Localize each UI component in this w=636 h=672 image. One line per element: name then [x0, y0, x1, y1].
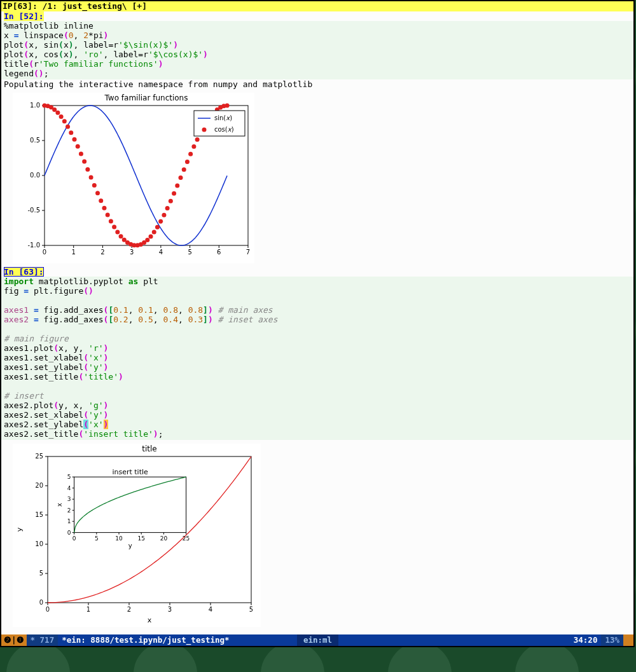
- svg-point-46: [102, 206, 106, 210]
- svg-text:0: 0: [67, 530, 71, 536]
- svg-text:y: y: [128, 542, 132, 549]
- svg-point-67: [172, 191, 176, 196]
- modeline-major-mode: ein:ml: [297, 634, 338, 646]
- svg-text:insert title: insert title: [112, 468, 148, 476]
- svg-text:0: 0: [46, 606, 50, 613]
- svg-point-39: [79, 151, 83, 156]
- titlebar: IP[63]: /1: just_testing\ [+]: [1, 1, 633, 11]
- svg-text:0: 0: [39, 599, 43, 606]
- svg-text:3: 3: [168, 606, 172, 613]
- svg-text:15: 15: [35, 511, 43, 518]
- svg-text:2: 2: [67, 507, 71, 514]
- svg-point-65: [165, 206, 170, 210]
- svg-point-32: [55, 111, 60, 115]
- svg-point-74: [195, 137, 200, 142]
- svg-text:5: 5: [188, 249, 191, 256]
- modeline-percent: 13%: [601, 634, 623, 646]
- svg-text:10: 10: [115, 535, 123, 542]
- svg-text:2: 2: [127, 606, 131, 613]
- svg-point-41: [85, 167, 90, 172]
- svg-point-49: [112, 224, 116, 229]
- svg-point-72: [188, 152, 193, 156]
- svg-point-70: [182, 167, 186, 172]
- svg-point-50: [115, 230, 120, 234]
- modeline: ❷|❶ * 717 *ein: 8888/test.ipynb/just_tes…: [1, 634, 633, 646]
- svg-text:0.0: 0.0: [30, 172, 40, 179]
- modeline-block-icon: [623, 634, 633, 646]
- svg-point-43: [92, 183, 97, 188]
- svg-text:0: 0: [73, 535, 76, 542]
- svg-text:25: 25: [35, 453, 43, 460]
- svg-point-35: [66, 125, 70, 129]
- svg-text:0: 0: [43, 249, 46, 256]
- svg-point-48: [109, 219, 113, 223]
- svg-point-71: [185, 160, 190, 164]
- chart-title-inset: title0123450510152025xyinsert title05101…: [13, 444, 261, 627]
- svg-text:4: 4: [67, 485, 71, 491]
- svg-text:y: y: [15, 527, 24, 531]
- svg-text:1: 1: [72, 249, 76, 256]
- svg-text:5: 5: [95, 535, 99, 542]
- svg-point-62: [155, 225, 160, 230]
- svg-point-64: [162, 213, 166, 217]
- svg-text:1.0: 1.0: [30, 102, 40, 109]
- svg-text:x: x: [148, 616, 152, 624]
- buffer-content[interactable]: In [52]: %matplotlib inline x = linspace…: [1, 11, 633, 634]
- svg-text:4: 4: [159, 249, 163, 256]
- modeline-buffer-name: *ein: 8888/test.ipynb/just_testing*: [58, 634, 297, 646]
- svg-text:x: x: [56, 503, 63, 507]
- svg-text:2: 2: [100, 249, 104, 256]
- svg-text:-1.0: -1.0: [27, 242, 40, 249]
- svg-point-33: [59, 114, 64, 119]
- svg-point-87: [202, 128, 207, 132]
- modeline-line: * 717: [27, 634, 59, 646]
- svg-point-59: [145, 238, 149, 242]
- svg-point-83: [225, 104, 230, 108]
- svg-point-34: [62, 119, 67, 123]
- svg-point-45: [99, 198, 103, 203]
- svg-text:7: 7: [246, 249, 250, 256]
- svg-text:10: 10: [35, 540, 43, 547]
- cell-output-52: Populating the interactive namespace fro…: [1, 79, 633, 89]
- svg-point-69: [179, 175, 183, 180]
- code-cell-52[interactable]: %matplotlib inline x = linspace(0, 2*pi)…: [1, 21, 633, 79]
- svg-point-63: [158, 219, 163, 224]
- svg-text:5: 5: [67, 474, 71, 480]
- svg-point-51: [119, 234, 123, 238]
- svg-text:cos(x): cos(x): [214, 126, 234, 133]
- svg-text:-0.5: -0.5: [27, 207, 40, 214]
- svg-point-36: [69, 130, 73, 135]
- cell-prompt-52: In [52]:: [4, 11, 44, 21]
- svg-text:0.5: 0.5: [30, 137, 40, 144]
- svg-point-44: [95, 191, 100, 195]
- svg-point-61: [152, 230, 156, 235]
- svg-text:15: 15: [137, 535, 144, 542]
- svg-text:4: 4: [209, 606, 212, 613]
- svg-rect-117: [74, 477, 186, 532]
- cell-prompt-63: In [63]:: [4, 267, 44, 277]
- svg-text:title: title: [142, 444, 156, 453]
- svg-text:Two familiar functions: Two familiar functions: [104, 93, 188, 102]
- svg-text:1: 1: [86, 606, 90, 613]
- svg-point-73: [191, 144, 196, 149]
- svg-text:5: 5: [249, 606, 253, 613]
- modeline-cursor-pos: 34:20: [570, 634, 602, 646]
- svg-point-47: [106, 212, 110, 217]
- modeline-indicator: ❷|❶: [1, 634, 27, 646]
- svg-text:20: 20: [35, 482, 43, 489]
- svg-text:sin(x): sin(x): [214, 114, 232, 121]
- svg-point-68: [175, 183, 179, 188]
- chart-two-familiar-functions: Two familiar functions01234567-1.0-0.50.…: [13, 93, 254, 263]
- svg-point-37: [72, 137, 76, 142]
- svg-point-38: [76, 144, 80, 149]
- svg-point-60: [149, 234, 153, 238]
- svg-point-66: [169, 199, 173, 203]
- svg-point-40: [82, 160, 86, 164]
- code-cell-63[interactable]: import matplotlib.pyplot as plt fig = pl…: [1, 277, 633, 440]
- emacs-frame: IP[63]: /1: just_testing\ [+] In [52]: %…: [0, 0, 635, 647]
- svg-text:1: 1: [67, 518, 71, 525]
- svg-text:20: 20: [160, 535, 168, 542]
- svg-point-42: [89, 175, 93, 180]
- svg-text:3: 3: [67, 496, 71, 502]
- svg-text:5: 5: [39, 570, 43, 577]
